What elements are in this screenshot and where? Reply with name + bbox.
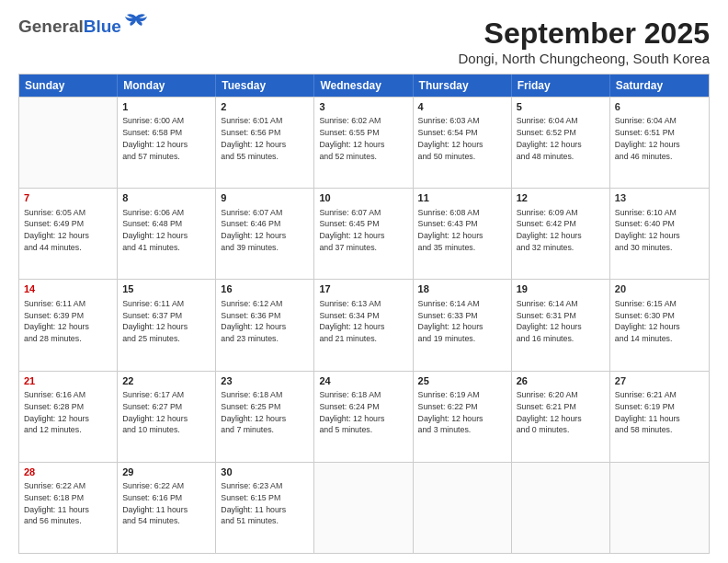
- day-number: 25: [418, 374, 506, 388]
- title-block: September 2025 Dongi, North Chungcheong,…: [458, 17, 710, 66]
- header-day-wednesday: Wednesday: [314, 75, 413, 97]
- empty-cell: [414, 463, 512, 553]
- day-number: 29: [122, 465, 210, 479]
- header-day-sunday: Sunday: [19, 75, 118, 97]
- day-cell-21: 21Sunrise: 6:16 AMSunset: 6:28 PMDayligh…: [19, 372, 118, 462]
- day-number: 4: [418, 100, 506, 114]
- header-day-tuesday: Tuesday: [216, 75, 314, 97]
- day-number: 1: [122, 100, 210, 114]
- day-cell-2: 2Sunrise: 6:01 AMSunset: 6:56 PMDaylight…: [216, 98, 314, 188]
- day-info: Sunrise: 6:18 AMSunset: 6:25 PMDaylight:…: [221, 389, 309, 436]
- day-cell-27: 27Sunrise: 6:21 AMSunset: 6:19 PMDayligh…: [610, 372, 709, 462]
- day-cell-30: 30Sunrise: 6:23 AMSunset: 6:15 PMDayligh…: [216, 463, 314, 553]
- empty-cell: [19, 98, 118, 188]
- day-info: Sunrise: 6:19 AMSunset: 6:22 PMDaylight:…: [418, 389, 506, 436]
- header-day-thursday: Thursday: [414, 75, 512, 97]
- day-info: Sunrise: 6:14 AMSunset: 6:33 PMDaylight:…: [418, 298, 506, 345]
- day-cell-28: 28Sunrise: 6:22 AMSunset: 6:18 PMDayligh…: [19, 463, 118, 553]
- day-number: 18: [418, 282, 506, 296]
- day-info: Sunrise: 6:09 AMSunset: 6:42 PMDaylight:…: [517, 207, 605, 254]
- day-cell-22: 22Sunrise: 6:17 AMSunset: 6:27 PMDayligh…: [118, 372, 216, 462]
- day-cell-18: 18Sunrise: 6:14 AMSunset: 6:33 PMDayligh…: [414, 280, 512, 370]
- header-day-monday: Monday: [118, 75, 216, 97]
- day-info: Sunrise: 6:07 AMSunset: 6:46 PMDaylight:…: [221, 207, 309, 254]
- day-cell-6: 6Sunrise: 6:04 AMSunset: 6:51 PMDaylight…: [610, 98, 709, 188]
- day-cell-10: 10Sunrise: 6:07 AMSunset: 6:45 PMDayligh…: [314, 189, 413, 279]
- day-info: Sunrise: 6:08 AMSunset: 6:43 PMDaylight:…: [418, 207, 506, 254]
- day-cell-26: 26Sunrise: 6:20 AMSunset: 6:21 PMDayligh…: [512, 372, 610, 462]
- bird-icon: [123, 13, 149, 33]
- header-day-friday: Friday: [512, 75, 610, 97]
- day-number: 13: [615, 191, 704, 205]
- day-cell-7: 7Sunrise: 6:05 AMSunset: 6:49 PMDaylight…: [19, 189, 118, 279]
- day-number: 14: [24, 282, 112, 296]
- day-number: 30: [221, 465, 309, 479]
- header-day-saturday: Saturday: [610, 75, 709, 97]
- day-cell-29: 29Sunrise: 6:22 AMSunset: 6:16 PMDayligh…: [118, 463, 216, 553]
- empty-cell: [610, 463, 709, 553]
- day-cell-5: 5Sunrise: 6:04 AMSunset: 6:52 PMDaylight…: [512, 98, 610, 188]
- day-number: 28: [24, 465, 112, 479]
- empty-cell: [314, 463, 413, 553]
- day-info: Sunrise: 6:18 AMSunset: 6:24 PMDaylight:…: [319, 389, 407, 436]
- day-number: 12: [517, 191, 605, 205]
- day-number: 5: [517, 100, 605, 114]
- day-info: Sunrise: 6:22 AMSunset: 6:18 PMDaylight:…: [24, 480, 112, 527]
- calendar-body: 1Sunrise: 6:00 AMSunset: 6:58 PMDaylight…: [19, 97, 709, 553]
- day-info: Sunrise: 6:02 AMSunset: 6:55 PMDaylight:…: [319, 115, 407, 162]
- calendar-row-2: 7Sunrise: 6:05 AMSunset: 6:49 PMDaylight…: [19, 188, 709, 279]
- day-number: 22: [122, 374, 210, 388]
- calendar-header: SundayMondayTuesdayWednesdayThursdayFrid…: [19, 75, 709, 97]
- subtitle: Dongi, North Chungcheong, South Korea: [458, 51, 710, 66]
- logo-text: GeneralBlue: [18, 17, 121, 37]
- day-info: Sunrise: 6:21 AMSunset: 6:19 PMDaylight:…: [615, 389, 704, 436]
- day-info: Sunrise: 6:14 AMSunset: 6:31 PMDaylight:…: [517, 298, 605, 345]
- day-cell-20: 20Sunrise: 6:15 AMSunset: 6:30 PMDayligh…: [610, 280, 709, 370]
- day-cell-9: 9Sunrise: 6:07 AMSunset: 6:46 PMDaylight…: [216, 189, 314, 279]
- empty-cell: [512, 463, 610, 553]
- page: GeneralBlue September 2025 Dongi, North …: [0, 0, 728, 563]
- day-number: 7: [24, 191, 112, 205]
- day-cell-19: 19Sunrise: 6:14 AMSunset: 6:31 PMDayligh…: [512, 280, 610, 370]
- day-info: Sunrise: 6:04 AMSunset: 6:52 PMDaylight:…: [517, 115, 605, 162]
- day-cell-3: 3Sunrise: 6:02 AMSunset: 6:55 PMDaylight…: [314, 98, 413, 188]
- day-number: 20: [615, 282, 704, 296]
- day-info: Sunrise: 6:12 AMSunset: 6:36 PMDaylight:…: [221, 298, 309, 345]
- calendar-row-1: 1Sunrise: 6:00 AMSunset: 6:58 PMDaylight…: [19, 97, 709, 188]
- day-number: 6: [615, 100, 704, 114]
- calendar: SundayMondayTuesdayWednesdayThursdayFrid…: [18, 74, 710, 554]
- day-cell-1: 1Sunrise: 6:00 AMSunset: 6:58 PMDaylight…: [118, 98, 216, 188]
- day-info: Sunrise: 6:06 AMSunset: 6:48 PMDaylight:…: [122, 207, 210, 254]
- day-number: 9: [221, 191, 309, 205]
- day-number: 19: [517, 282, 605, 296]
- day-info: Sunrise: 6:11 AMSunset: 6:37 PMDaylight:…: [122, 298, 210, 345]
- header: GeneralBlue September 2025 Dongi, North …: [18, 17, 710, 66]
- day-number: 2: [221, 100, 309, 114]
- day-number: 17: [319, 282, 407, 296]
- day-info: Sunrise: 6:03 AMSunset: 6:54 PMDaylight:…: [418, 115, 506, 162]
- day-info: Sunrise: 6:15 AMSunset: 6:30 PMDaylight:…: [615, 298, 704, 345]
- logo: GeneralBlue: [18, 17, 149, 37]
- calendar-row-3: 14Sunrise: 6:11 AMSunset: 6:39 PMDayligh…: [19, 279, 709, 370]
- day-number: 26: [517, 374, 605, 388]
- day-cell-23: 23Sunrise: 6:18 AMSunset: 6:25 PMDayligh…: [216, 372, 314, 462]
- day-number: 24: [319, 374, 407, 388]
- day-info: Sunrise: 6:11 AMSunset: 6:39 PMDaylight:…: [24, 298, 112, 345]
- day-info: Sunrise: 6:01 AMSunset: 6:56 PMDaylight:…: [221, 115, 309, 162]
- day-cell-24: 24Sunrise: 6:18 AMSunset: 6:24 PMDayligh…: [314, 372, 413, 462]
- day-number: 23: [221, 374, 309, 388]
- day-info: Sunrise: 6:10 AMSunset: 6:40 PMDaylight:…: [615, 207, 704, 254]
- day-cell-14: 14Sunrise: 6:11 AMSunset: 6:39 PMDayligh…: [19, 280, 118, 370]
- day-number: 16: [221, 282, 309, 296]
- day-number: 15: [122, 282, 210, 296]
- day-info: Sunrise: 6:22 AMSunset: 6:16 PMDaylight:…: [122, 480, 210, 527]
- day-info: Sunrise: 6:00 AMSunset: 6:58 PMDaylight:…: [122, 115, 210, 162]
- day-info: Sunrise: 6:13 AMSunset: 6:34 PMDaylight:…: [319, 298, 407, 345]
- day-cell-17: 17Sunrise: 6:13 AMSunset: 6:34 PMDayligh…: [314, 280, 413, 370]
- day-info: Sunrise: 6:23 AMSunset: 6:15 PMDaylight:…: [221, 480, 309, 527]
- day-number: 10: [319, 191, 407, 205]
- day-cell-8: 8Sunrise: 6:06 AMSunset: 6:48 PMDaylight…: [118, 189, 216, 279]
- day-info: Sunrise: 6:16 AMSunset: 6:28 PMDaylight:…: [24, 389, 112, 436]
- day-cell-13: 13Sunrise: 6:10 AMSunset: 6:40 PMDayligh…: [610, 189, 709, 279]
- day-info: Sunrise: 6:07 AMSunset: 6:45 PMDaylight:…: [319, 207, 407, 254]
